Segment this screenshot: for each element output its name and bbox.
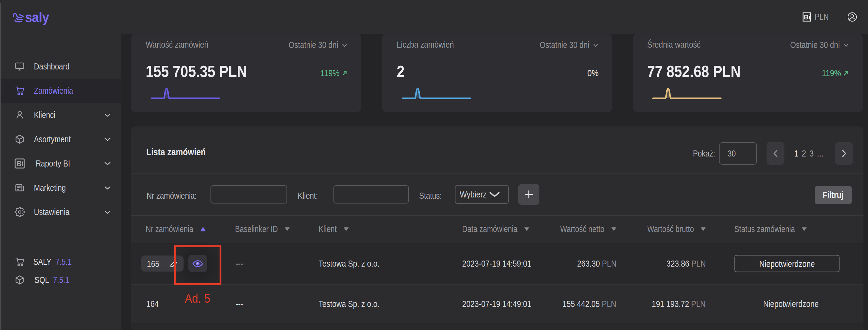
svg-text:Bi: Bi [804,13,810,21]
svg-text:Bi: Bi [17,160,24,168]
svg-text:saly: saly [25,9,50,25]
